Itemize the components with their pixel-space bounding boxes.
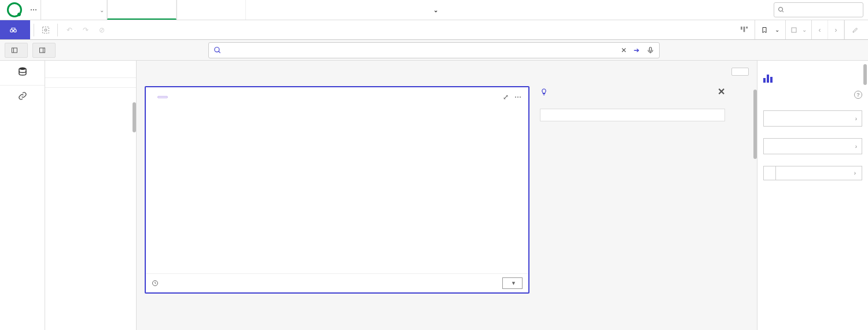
field-list[interactable]: [45, 88, 136, 330]
svg-point-14: [215, 47, 219, 51]
chevron-right-icon: ›: [854, 170, 856, 176]
edit-sheet-button[interactable]: [844, 20, 868, 39]
chart-body[interactable]: [146, 107, 528, 273]
link-icon: [18, 91, 27, 101]
insight-card[interactable]: [540, 109, 725, 121]
brand-logo[interactable]: [0, 2, 27, 17]
chevron-down-icon: ⌄: [100, 7, 104, 13]
add-to-sheet-button[interactable]: ▼: [502, 277, 523, 289]
chevron-right-icon: ›: [855, 116, 857, 122]
cancel-button[interactable]: [731, 68, 749, 76]
caret-down-icon: ▼: [511, 280, 516, 286]
app-menu-button[interactable]: ⋯: [27, 6, 41, 14]
svg-rect-4: [43, 27, 49, 33]
favorable-trend-select[interactable]: ›: [763, 110, 862, 127]
analysis-properties-panel: ? › › ›: [757, 61, 868, 330]
sheet-nav: ‹ ›: [811, 20, 844, 39]
bar-chart-plot: [214, 112, 473, 242]
advisor-header-row: ✕ ➔: [0, 40, 868, 61]
panel-left-icon: [11, 47, 18, 54]
bookmark-icon: [761, 27, 768, 34]
microphone-icon[interactable]: [646, 46, 654, 54]
main-content: ⤢ ⋯ ▼: [137, 61, 757, 330]
svg-point-0: [779, 8, 783, 12]
clear-search-button[interactable]: ✕: [621, 46, 627, 54]
binoculars-icon: [9, 26, 17, 34]
svg-rect-9: [792, 28, 796, 32]
scrollbar-thumb[interactable]: [133, 102, 136, 132]
svg-line-1: [782, 11, 784, 13]
lightbulb-icon: [540, 88, 548, 96]
svg-rect-8: [746, 27, 748, 28]
properties-toggle[interactable]: [32, 43, 56, 58]
bar-chart-icon: [763, 71, 775, 83]
dimension-select[interactable]: ›: [763, 138, 862, 154]
clock-icon: [152, 280, 159, 287]
rail-master-items[interactable]: [0, 86, 45, 109]
svg-point-5: [45, 29, 47, 31]
pencil-icon: [852, 27, 859, 34]
separator: [34, 24, 34, 36]
insight-advisor-button[interactable]: [0, 20, 30, 39]
svg-rect-7: [744, 27, 745, 32]
close-insights-button[interactable]: ✕: [718, 86, 725, 97]
fullscreen-icon[interactable]: ⤢: [503, 93, 509, 101]
scrollbar-thumb[interactable]: [863, 64, 867, 85]
chart-card: ⤢ ⋯ ▼: [145, 86, 529, 294]
panel-right-icon: [39, 47, 46, 54]
asset-search-input[interactable]: [50, 65, 131, 73]
svg-point-17: [19, 68, 26, 71]
chevron-right-icon: ›: [855, 143, 857, 150]
nav-analyze[interactable]: [107, 0, 176, 20]
svg-rect-6: [741, 27, 742, 29]
clear-selections-icon: ⊘: [96, 24, 108, 36]
sheets-dropdown[interactable]: ⌄: [785, 20, 811, 39]
chevron-down-icon: ⌄: [802, 27, 807, 33]
chart-menu-button[interactable]: ⋯: [514, 93, 521, 101]
app-title-dropdown[interactable]: ⌄: [430, 7, 438, 13]
ask-insight-advisor-input[interactable]: [774, 2, 863, 17]
svg-line-15: [219, 51, 220, 53]
nav-narrate[interactable]: [176, 0, 246, 20]
measure-select[interactable]: ›: [763, 166, 862, 180]
sheet-icon: [790, 27, 797, 34]
separator: [57, 24, 58, 36]
submit-search-button[interactable]: ➔: [634, 46, 639, 54]
top-bar: ⋯ ⌄ ⌄: [0, 0, 868, 20]
aggregation-value[interactable]: [764, 166, 776, 180]
insights-panel: ✕: [540, 86, 725, 294]
next-sheet-button[interactable]: ›: [828, 20, 844, 39]
rail-fields[interactable]: [0, 61, 45, 86]
asset-panel: [45, 61, 137, 330]
prev-sheet-button[interactable]: ‹: [812, 20, 828, 39]
asset-rail: [0, 61, 45, 330]
step-back-icon: ↶: [64, 24, 75, 36]
body-layout: ⤢ ⋯ ▼: [0, 61, 868, 330]
svg-rect-16: [649, 47, 652, 51]
help-icon[interactable]: ?: [854, 91, 862, 99]
nav-prepare[interactable]: ⌄: [41, 0, 107, 20]
chevron-down-icon: ⌄: [433, 7, 438, 13]
assets-toggle[interactable]: [5, 43, 28, 58]
asset-search[interactable]: [45, 61, 136, 78]
search-icon: [778, 6, 785, 13]
brand-q-icon: [7, 2, 22, 17]
selections-tool-icon[interactable]: [738, 24, 750, 36]
chevron-down-icon: ⌄: [775, 27, 779, 33]
smart-search-icon[interactable]: [40, 24, 52, 36]
svg-rect-10: [12, 48, 17, 53]
svg-rect-12: [40, 48, 45, 53]
selections-toolbar: ↶ ↷ ⊘ ⌄ ⌄ ‹ ›: [0, 20, 868, 40]
search-icon: [214, 46, 222, 54]
nlq-search-input[interactable]: ✕ ➔: [208, 42, 660, 58]
bookmarks-dropdown[interactable]: ⌄: [755, 20, 785, 39]
asset-section-title: [45, 78, 136, 88]
database-icon: [17, 66, 28, 77]
step-forward-icon: ↷: [80, 24, 91, 36]
analysis-type-badge: [157, 96, 168, 98]
